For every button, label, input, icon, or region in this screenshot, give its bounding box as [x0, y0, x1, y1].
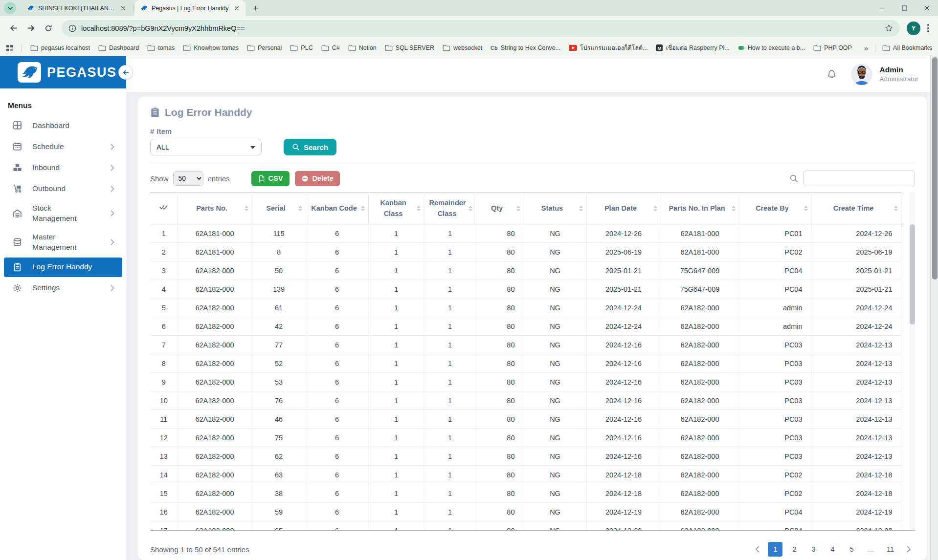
table-search-input[interactable] [804, 171, 915, 186]
user-menu[interactable]: Admin Administrator [850, 63, 918, 86]
bookmark-item[interactable]: Dashboard [98, 44, 139, 51]
table-row[interactable]: 662A182-0004261180NG2024-12-2462A182-000… [150, 317, 901, 336]
table-row[interactable]: 1262A182-0007561180NG2024-12-1662A182-00… [150, 429, 901, 447]
pagination-page-button[interactable]: 2 [787, 542, 802, 557]
new-tab-button[interactable]: + [249, 2, 262, 15]
tab-search-button[interactable] [4, 2, 16, 14]
pagination-page-button[interactable]: 1 [768, 542, 782, 557]
bookmark-item[interactable]: Mเชื่อมต่อ Raspberry Pi... [656, 43, 729, 53]
browser-tab-active[interactable]: Pegasus | Log Error Handdy [134, 0, 246, 16]
info-icon[interactable] [68, 24, 76, 32]
bookmark-item[interactable]: pegasus localhost [30, 44, 90, 51]
bookmarks-overflow-chevron[interactable]: » [864, 44, 868, 52]
sidebar-item-dashboard[interactable]: Dashboard [4, 116, 122, 135]
table-row[interactable]: 1462A182-0006361180NG2024-12-1862A182-00… [150, 466, 901, 484]
table-row[interactable]: 262A181-000861180NG2025-06-1962A181-000P… [150, 243, 901, 261]
column-header[interactable]: Status [524, 193, 586, 224]
column-header[interactable]: Parts No. [178, 193, 252, 224]
table-scrollbar-thumb[interactable] [910, 224, 915, 324]
pagination-page-button[interactable]: 11 [883, 542, 898, 557]
sidebar-item-schedule[interactable]: Schedule [4, 137, 122, 156]
browser-profile-avatar[interactable]: Y [907, 22, 920, 35]
bookmark-item[interactable]: Knowhow tomas [183, 44, 239, 51]
table-cell: 2024-12-18 [811, 484, 901, 503]
green-icon [738, 44, 745, 51]
bookmark-label: websocket [453, 44, 482, 51]
pagination-page-button[interactable]: 3 [806, 542, 821, 557]
search-button[interactable]: Search [284, 139, 336, 155]
bookmark-item[interactable]: How to execute a b... [738, 44, 805, 51]
table-cell: 2024-12-19 [811, 503, 901, 521]
bookmark-item[interactable]: โปรแกรมเมอเองก็ดีโลด์... [569, 43, 648, 53]
close-window-button[interactable] [916, 0, 938, 16]
column-header[interactable]: Kanban Code [306, 193, 368, 224]
table-cell: 62A182-000 [178, 391, 252, 410]
bookmark-item[interactable]: Personal [247, 44, 282, 51]
pagination-next-button[interactable] [902, 542, 915, 557]
url-bar[interactable]: localhost:8089/?p=bG9nX2Vycm9yX2hhbmRkeQ… [62, 20, 900, 37]
minimize-button[interactable] [871, 0, 893, 16]
table-cell: 2024-12-13 [811, 447, 901, 466]
sidebar-item-master-management[interactable]: Master Management [4, 229, 122, 256]
pagination-page-button[interactable]: 4 [825, 542, 840, 557]
table-row[interactable]: 1762A182-0006561180NG2024-12-2062A182-00… [150, 521, 901, 531]
browser-tab-inactive[interactable]: SHINSEI KOKI (THAILAND) COR [21, 0, 132, 16]
delete-button[interactable]: Delete [295, 171, 340, 186]
column-header[interactable]: Qty [476, 193, 524, 224]
tab-close-icon[interactable] [233, 4, 241, 12]
sidebar-collapse-button[interactable] [119, 65, 133, 79]
bookmark-star-icon[interactable] [885, 24, 893, 32]
table-row[interactable]: 1562A182-0003861180NG2024-12-1862A182-00… [150, 484, 901, 503]
column-header[interactable]: Parts No. In Plan [661, 193, 739, 224]
bookmark-item[interactable]: tomas [147, 44, 175, 51]
bookmark-item[interactable]: Notion [348, 44, 377, 51]
item-filter-select[interactable]: ALL [150, 139, 262, 155]
column-header[interactable]: Create By [739, 193, 811, 224]
sidebar-item-outbound[interactable]: Outbound [4, 179, 122, 198]
bookmark-item[interactable]: PHP OOP [813, 44, 852, 51]
table-cell: 10 [150, 391, 178, 410]
column-header[interactable]: Remainder Class [424, 193, 476, 224]
table-row[interactable]: 962A182-0005361180NG2024-12-1662A182-000… [150, 373, 901, 391]
table-row[interactable]: 462A182-00013961180NG2025-01-2175G647-00… [150, 280, 901, 299]
table-row[interactable]: 562A182-0006161180NG2024-12-2462A182-000… [150, 299, 901, 317]
bookmark-item[interactable]: C# [321, 44, 340, 51]
select-all-column-header[interactable] [150, 193, 178, 224]
bookmark-item[interactable]: SQL SERVER [385, 44, 434, 51]
table-row[interactable]: 762A182-0007761180NG2024-12-1662A182-000… [150, 336, 901, 354]
table-row[interactable]: 1362A182-0006261180NG2024-12-1662A182-00… [150, 447, 901, 466]
back-button[interactable] [5, 20, 22, 37]
pagination-prev-button[interactable] [751, 542, 763, 557]
sidebar-item-log-error-handdy[interactable]: Log Error Handdy [4, 258, 122, 277]
column-header[interactable]: Kanban Class [368, 193, 424, 224]
bookmark-item[interactable]: CbString to Hex Conve... [491, 44, 560, 51]
tab-close-icon[interactable] [119, 4, 127, 12]
csv-export-button[interactable]: csv CSV [251, 171, 290, 186]
chevron-right-icon [111, 239, 114, 245]
bookmark-item[interactable]: PLC [290, 44, 313, 51]
column-header[interactable]: Plan Date [586, 193, 661, 224]
maximize-button[interactable] [893, 0, 916, 16]
forward-button[interactable] [22, 20, 39, 37]
reload-button[interactable] [40, 20, 57, 37]
sidebar-item-inbound[interactable]: Inbound [4, 158, 122, 177]
url-text: localhost:8089/?p=bG9nX2Vycm9yX2hhbmRkeQ… [81, 24, 245, 32]
apps-grid-icon[interactable] [6, 44, 13, 52]
all-bookmarks-button[interactable]: All Bookmarks [882, 44, 932, 51]
table-row[interactable]: 162A181-00011561180NG2024-12-2662A181-00… [150, 224, 901, 243]
page-length-select[interactable]: 50 [173, 171, 203, 186]
column-header[interactable]: Create Time [811, 193, 901, 224]
table-row[interactable]: 362A182-0005061180NG2025-01-2175G647-009… [150, 261, 901, 280]
browser-menu-icon[interactable] [923, 24, 933, 32]
table-row[interactable]: 1162A182-0004661180NG2024-12-1662A182-00… [150, 410, 901, 429]
table-row[interactable]: 1662A182-0005961180NG2024-12-1962A182-00… [150, 503, 901, 521]
table-row[interactable]: 1062A182-0007661180NG2024-12-1662A182-00… [150, 391, 901, 410]
sidebar-item-settings[interactable]: Settings [4, 279, 122, 298]
browser-scrollbar-thumb[interactable] [932, 57, 938, 280]
bookmark-item[interactable]: websocket [443, 44, 482, 51]
notifications-button[interactable] [826, 69, 837, 80]
table-row[interactable]: 862A182-0005261180NG2024-12-1662A182-000… [150, 354, 901, 373]
sidebar-item-stock-management[interactable]: Stock Management [4, 200, 122, 227]
pagination-page-button[interactable]: 5 [844, 542, 859, 557]
column-header[interactable]: Serial [252, 193, 306, 224]
